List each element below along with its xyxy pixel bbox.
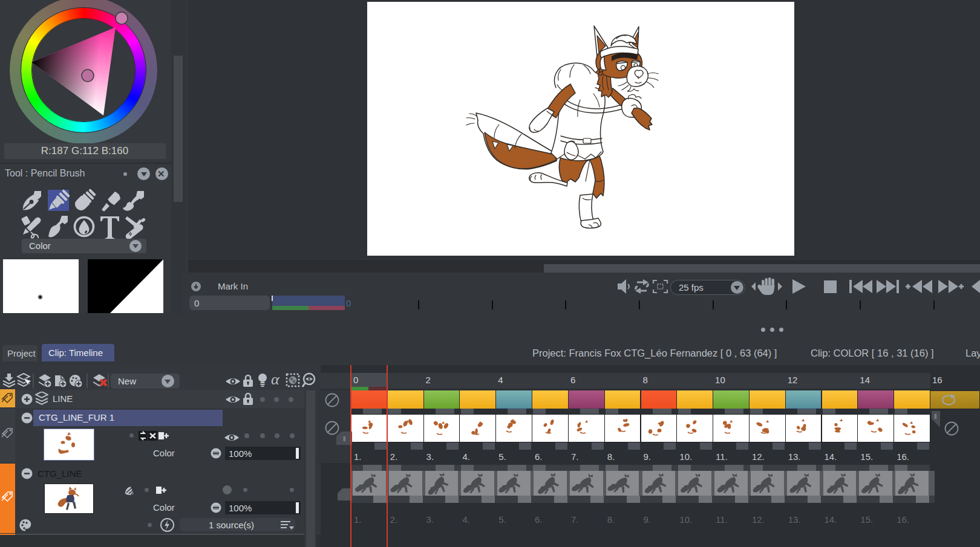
- svg-text:‖: ‖: [343, 435, 346, 442]
- svg-text:‖: ‖: [934, 413, 937, 420]
